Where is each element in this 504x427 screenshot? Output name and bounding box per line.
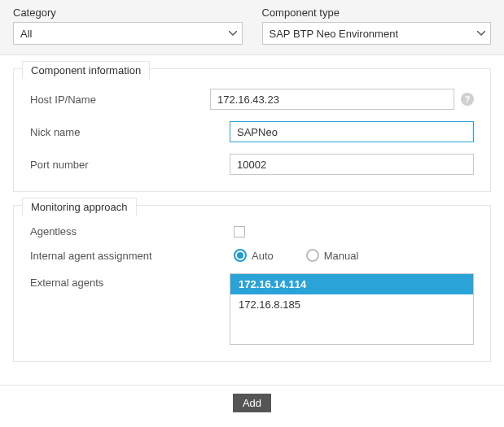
help-icon[interactable]: ?	[461, 93, 474, 106]
component-information-legend: Component information	[22, 61, 150, 79]
component-type-label: Component type	[262, 7, 492, 19]
radio-icon	[306, 249, 319, 262]
radio-label-manual: Manual	[324, 250, 359, 262]
radio-icon	[234, 249, 247, 262]
category-field: Category All	[13, 7, 243, 45]
nickname-label: Nick name	[30, 126, 230, 138]
category-label: Category	[13, 7, 243, 19]
list-item[interactable]: 172.16.8.185	[230, 294, 473, 315]
agentless-checkbox[interactable]	[234, 226, 245, 237]
monitoring-approach-panel: Monitoring approach Agentless Internal a…	[13, 205, 491, 362]
host-input[interactable]	[210, 89, 454, 110]
component-information-panel: Component information Host IP/Name ? Nic…	[13, 68, 491, 192]
host-row: Host IP/Name ?	[30, 89, 474, 110]
chevron-down-icon	[477, 31, 485, 36]
component-type-select[interactable]: SAP BTP Neo Environment	[262, 22, 492, 45]
external-agents-label: External agents	[30, 273, 230, 289]
component-type-value: SAP BTP Neo Environment	[270, 28, 399, 40]
monitoring-approach-legend: Monitoring approach	[22, 198, 137, 216]
top-bar: Category All Component type SAP BTP Neo …	[0, 0, 504, 55]
host-label: Host IP/Name	[30, 94, 210, 106]
radio-label-auto: Auto	[252, 250, 274, 262]
category-select[interactable]: All	[13, 22, 243, 45]
add-button[interactable]: Add	[233, 394, 271, 412]
port-input[interactable]	[230, 154, 474, 175]
internal-agent-radio-group: Auto Manual	[234, 249, 358, 262]
internal-agent-label: Internal agent assignment	[30, 250, 234, 262]
internal-agent-row: Internal agent assignment Auto Manual	[30, 249, 474, 262]
port-label: Port number	[30, 159, 230, 171]
category-value: All	[20, 28, 32, 40]
agentless-label: Agentless	[30, 225, 234, 237]
nickname-row: Nick name	[30, 121, 474, 142]
port-row: Port number	[30, 154, 474, 175]
internal-agent-manual-radio[interactable]: Manual	[306, 249, 359, 262]
footer: Add	[0, 385, 504, 420]
external-agents-row: External agents 172.16.14.114 172.16.8.1…	[30, 273, 474, 345]
agentless-row: Agentless	[30, 225, 474, 237]
external-agents-listbox[interactable]: 172.16.14.114 172.16.8.185	[230, 273, 474, 345]
component-type-field: Component type SAP BTP Neo Environment	[262, 7, 492, 45]
nickname-input[interactable]	[230, 121, 474, 142]
list-item[interactable]: 172.16.14.114	[230, 274, 473, 294]
chevron-down-icon	[229, 31, 237, 36]
internal-agent-auto-radio[interactable]: Auto	[234, 249, 274, 262]
